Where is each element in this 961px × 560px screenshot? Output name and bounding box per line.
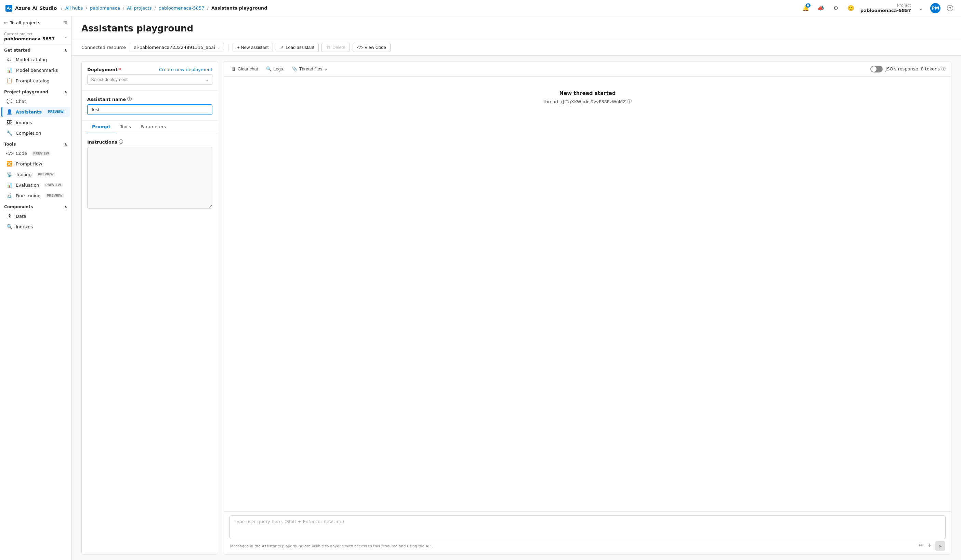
completion-icon: 🔧: [6, 130, 12, 136]
sidebar-item-model-catalog[interactable]: 🗂 Model catalog: [2, 55, 70, 65]
tab-prompt[interactable]: Prompt: [87, 121, 115, 133]
add-icon[interactable]: +: [927, 541, 933, 551]
tab-parameters[interactable]: Parameters: [136, 121, 171, 133]
code-preview-badge: PREVIEW: [32, 151, 50, 156]
sidebar-item-code[interactable]: </> Code PREVIEW: [2, 148, 70, 158]
create-deployment-link[interactable]: Create new deployment: [159, 67, 212, 72]
logs-icon: 🔍: [266, 66, 272, 71]
megaphone-icon: 📣: [817, 5, 824, 11]
sidebar-section-playground-header[interactable]: Project playground ∧: [0, 86, 71, 96]
tokens-info: 0 tokens ⓘ: [921, 66, 946, 72]
instructions-area: Instructions ⓘ: [82, 133, 218, 554]
json-toggle-area: JSON response 0 tokens ⓘ: [870, 66, 946, 72]
data-icon: 🗄: [6, 213, 12, 219]
project-selector[interactable]: Current project pabloomenaca-5857 ⌄: [0, 29, 71, 45]
feedback-button[interactable]: 🙂: [845, 3, 857, 14]
tab-tools[interactable]: Tools: [115, 121, 136, 133]
help-button[interactable]: ?: [945, 3, 956, 14]
sidebar-item-model-benchmarks[interactable]: 📊 Model benchmarks: [2, 65, 70, 75]
deployment-label: Deployment * Create new deployment: [87, 67, 212, 72]
load-assistant-button[interactable]: ↗ Load assistant: [276, 43, 319, 52]
help-icon: ?: [947, 5, 953, 11]
sidebar-item-chat[interactable]: 💬 Chat: [2, 96, 70, 106]
chat-toolbar: 🗑 Clear chat 🔍 Logs 📎 Thread files ⌄: [224, 61, 951, 77]
instructions-label: Instructions ⓘ: [87, 139, 212, 145]
main-content: Assistants playground Connected resource…: [72, 16, 961, 560]
assistant-name-info-icon[interactable]: ⓘ: [127, 96, 132, 102]
right-panel: 🗑 Clear chat 🔍 Logs 📎 Thread files ⌄: [224, 61, 951, 555]
view-code-button[interactable]: </> View Code: [353, 43, 391, 52]
sidebar-item-tracing[interactable]: 📡 Tracing PREVIEW: [2, 169, 70, 180]
notification-bell-button[interactable]: 🔔 6: [800, 3, 811, 14]
settings-button[interactable]: ⚙: [830, 3, 841, 14]
megaphone-button[interactable]: 📣: [815, 3, 826, 14]
sidebar-section-get-started-header[interactable]: Get started ∧: [0, 45, 71, 54]
sidebar-item-completion[interactable]: 🔧 Completion: [2, 128, 70, 138]
project-dropdown-button[interactable]: ⌄: [915, 3, 926, 14]
clear-chat-button[interactable]: 🗑 Clear chat: [230, 65, 260, 73]
chevron-down-icon: ⌄: [919, 5, 923, 11]
thread-files-button[interactable]: 📎 Thread files ⌄: [289, 65, 330, 73]
model-catalog-icon: 🗂: [6, 57, 12, 62]
instructions-info-icon[interactable]: ⓘ: [119, 139, 123, 145]
delete-button[interactable]: 🗑 Delete: [321, 43, 350, 52]
images-icon: 🖼: [6, 120, 12, 125]
edit-icon[interactable]: ✏: [918, 541, 924, 551]
left-panel: Deployment * Create new deployment Selec…: [81, 61, 218, 555]
sidebar: ← To all projects ⊞ Current project pabl…: [0, 16, 72, 560]
assistant-name-input[interactable]: [87, 104, 212, 115]
json-response-toggle[interactable]: [870, 66, 883, 72]
notification-badge: 6: [806, 3, 810, 8]
body-container: ← To all projects ⊞ Current project pabl…: [0, 16, 961, 560]
sidebar-item-prompt-catalog[interactable]: 📋 Prompt catalog: [2, 75, 70, 86]
sidebar-item-indexes[interactable]: 🔍 Indexes: [2, 221, 70, 232]
instructions-textarea[interactable]: [87, 147, 212, 209]
sidebar-section-components-header[interactable]: Components ∧: [0, 201, 71, 210]
breadcrumb-all-hubs[interactable]: All hubs: [65, 5, 83, 11]
new-assistant-button[interactable]: + New assistant: [233, 43, 273, 52]
chat-icon: 💬: [6, 98, 12, 104]
deployment-select[interactable]: Select deployment: [87, 74, 212, 85]
logs-button[interactable]: 🔍 Logs: [264, 65, 285, 73]
toolbar: Connected resource ai-pablomenaca7232248…: [72, 39, 961, 56]
sidebar-item-assistants[interactable]: 👤 Assistants PREVIEW: [2, 107, 70, 117]
fine-tuning-preview-badge: PREVIEW: [45, 194, 64, 197]
connected-resource-selector[interactable]: ai-pablomenaca723224891315_aoai ⌄: [130, 43, 224, 52]
evaluation-preview-badge: PREVIEW: [44, 183, 63, 187]
sidebar-item-prompt-flow[interactable]: 🔀 Prompt flow: [2, 159, 70, 169]
section-collapse-icon: ∧: [64, 142, 67, 147]
sidebar-item-evaluation[interactable]: 📊 Evaluation PREVIEW: [2, 180, 70, 190]
breadcrumb-pablomenaca[interactable]: pablomenaca: [90, 5, 120, 11]
tracing-preview-badge: PREVIEW: [37, 172, 55, 177]
back-to-projects-button[interactable]: ← To all projects: [4, 20, 40, 25]
evaluation-icon: 📊: [6, 182, 12, 188]
sidebar-item-images[interactable]: 🖼 Images: [2, 117, 70, 128]
topnav: Azure AI Studio / All hubs / pablomenaca…: [0, 0, 961, 16]
app-logo[interactable]: Azure AI Studio: [5, 5, 57, 11]
breadcrumb-all-projects[interactable]: All projects: [127, 5, 151, 11]
prompt-flow-icon: 🔀: [6, 161, 12, 167]
toggle-knob: [871, 66, 876, 72]
sidebar-section-playground: Project playground ∧ 💬 Chat 👤 Assistants…: [0, 86, 71, 138]
layout-icon[interactable]: ⊞: [63, 20, 67, 25]
chat-input-actions: Messages in the Assistants playground ar…: [230, 539, 946, 552]
chat-footer-message: Messages in the Assistants playground ar…: [230, 544, 433, 549]
assistants-icon: 👤: [6, 109, 12, 114]
send-button[interactable]: ➤: [935, 541, 945, 551]
avatar[interactable]: PM: [930, 3, 940, 13]
new-thread-message: New thread started thread_xJITgXKWJoAs9v…: [543, 90, 632, 104]
assistant-name-section: Assistant name ⓘ: [82, 91, 218, 121]
topnav-right: 🔔 6 📣 ⚙ 🙂 Project pabloomenaca-5857 ⌄ PM…: [800, 3, 956, 14]
sidebar-item-fine-tuning[interactable]: 🔬 Fine-tuning PREVIEW: [2, 191, 70, 201]
send-icon: ➤: [939, 544, 942, 549]
tokens-info-icon[interactable]: ⓘ: [941, 66, 946, 72]
chat-input-box[interactable]: Type user query here. (Shift + Enter for…: [230, 515, 946, 539]
prompt-catalog-icon: 📋: [6, 78, 12, 83]
fine-tuning-icon: 🔬: [6, 193, 12, 198]
sidebar-section-tools-header[interactable]: Tools ∧: [0, 138, 71, 148]
page-title: Assistants playground: [81, 23, 951, 34]
breadcrumb-project[interactable]: pabloomenaca-5857: [159, 5, 204, 11]
section-collapse-icon: ∧: [64, 90, 67, 95]
thread-id-info-icon[interactable]: ⓘ: [627, 98, 632, 104]
sidebar-item-data[interactable]: 🗄 Data: [2, 211, 70, 221]
